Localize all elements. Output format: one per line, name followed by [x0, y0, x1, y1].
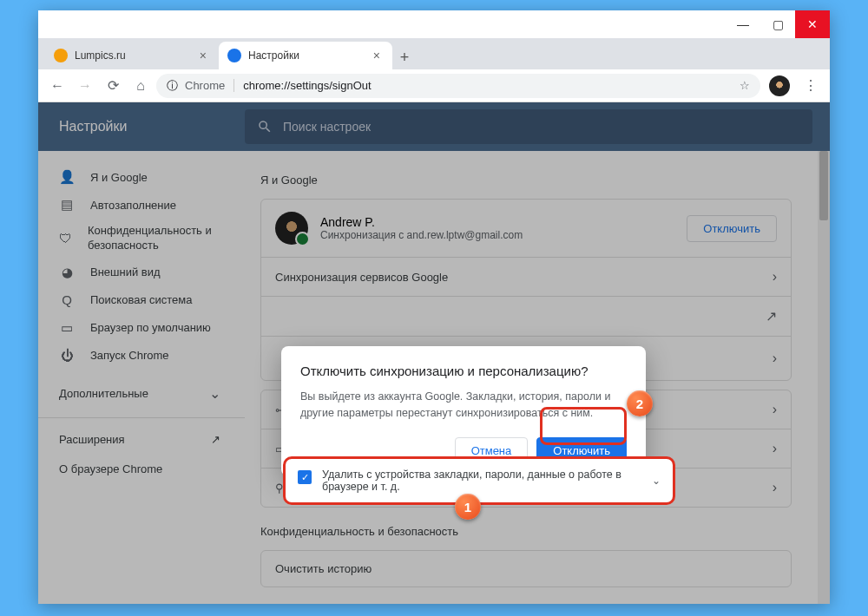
tab-close-icon[interactable]: × — [370, 49, 384, 62]
clear-data-checkbox-row[interactable]: ✓ Удалить с устройства закладки, пароли,… — [283, 456, 675, 505]
maximize-button[interactable]: ▢ — [760, 10, 795, 38]
gear-icon — [227, 49, 241, 62]
url-scheme: Chrome — [185, 79, 234, 92]
close-button[interactable]: ✕ — [795, 10, 830, 38]
star-icon[interactable]: ☆ — [740, 79, 750, 92]
back-button[interactable]: ← — [45, 74, 69, 98]
profile-avatar[interactable] — [769, 75, 790, 96]
forward-button[interactable]: → — [73, 74, 97, 98]
browser-window: — ▢ ✕ Lumpics.ru × Настройки × + ← → ⟳ ⌂… — [38, 10, 830, 604]
chevron-down-icon[interactable]: ⌄ — [652, 475, 661, 487]
callout-badge-2: 2 — [627, 390, 653, 416]
favicon-icon — [54, 49, 68, 62]
new-tab-button[interactable]: + — [392, 45, 417, 69]
url-path: chrome://settings/signOut — [243, 79, 371, 92]
url-bar[interactable]: ⓘ Chrome chrome://settings/signOut ☆ — [156, 74, 760, 98]
info-icon: ⓘ — [167, 78, 178, 94]
home-button[interactable]: ⌂ — [128, 74, 153, 98]
tab-lumpics[interactable]: Lumpics.ru × — [45, 42, 219, 69]
tab-settings[interactable]: Настройки × — [219, 42, 392, 69]
window-titlebar: — ▢ ✕ — [38, 10, 830, 38]
viewport: Настройки 👤Я и Google ▤Автозаполнение 🛡К… — [38, 102, 830, 604]
minimize-button[interactable]: — — [726, 10, 760, 38]
checkbox-checked-icon[interactable]: ✓ — [298, 470, 312, 484]
tab-title: Настройки — [248, 49, 299, 62]
menu-button[interactable]: ⋮ — [799, 74, 823, 98]
tab-close-icon[interactable]: × — [196, 49, 210, 62]
reload-button[interactable]: ⟳ — [101, 74, 125, 98]
tab-strip: Lumpics.ru × Настройки × + — [38, 38, 830, 69]
checkbox-label: Удалить с устройства закладки, пароли, д… — [322, 469, 641, 493]
dialog-text: Вы выйдете из аккаунта Google. Закладки,… — [300, 389, 627, 422]
tab-title: Lumpics.ru — [75, 49, 126, 62]
dialog-title: Отключить синхронизацию и персонализацию… — [300, 364, 627, 378]
address-bar-row: ← → ⟳ ⌂ ⓘ Chrome chrome://settings/signO… — [38, 69, 830, 102]
callout-badge-1: 1 — [455, 494, 481, 520]
